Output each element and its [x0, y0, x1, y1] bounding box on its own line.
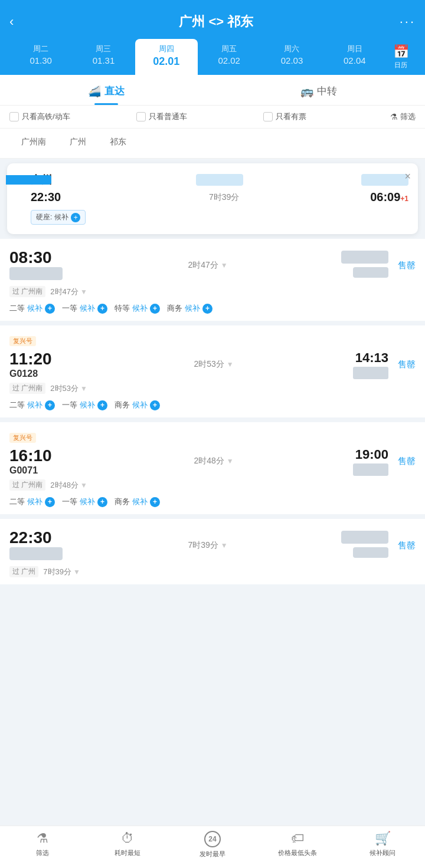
time-icon: ⏱: [121, 831, 134, 846]
nav-waitlist[interactable]: 🛒 候补顾问: [340, 831, 425, 859]
depart-time: 08:30: [9, 248, 74, 267]
seat-add-button[interactable]: +: [45, 497, 55, 507]
station-tab-guangzhou[interactable]: 广州: [58, 133, 98, 151]
back-button[interactable]: ‹: [9, 14, 33, 29]
seat-status: 候补: [80, 497, 95, 507]
filter-btn-label: 筛选: [400, 111, 416, 122]
duration-text: 7时39分: [188, 540, 218, 551]
nav-shortest-time[interactable]: ⏱ 耗时最短: [85, 831, 170, 859]
header-title: 广州 <> 祁东: [33, 13, 400, 31]
calendar-button[interactable]: 📅 日历: [386, 44, 416, 70]
recent-add-button[interactable]: +: [71, 213, 80, 222]
dropdown-arrow: ▼: [221, 261, 228, 269]
arrive-sub: 过 祁东: [353, 463, 388, 476]
available-checkbox[interactable]: [263, 112, 273, 121]
tab-direct[interactable]: 🚄 直达: [0, 75, 212, 105]
train-item-2[interactable]: 复兴号 16:10 G0071 2时48分 ▼ 19:00 过 祁东 售罄 过 …: [0, 422, 425, 519]
funnel-icon: ⚗: [390, 112, 398, 121]
train-list: 08:30 2时47分 ▼ 售罄 过 广州南 2时47分 ▼: [0, 239, 425, 584]
train-item-0[interactable]: 08:30 2时47分 ▼ 售罄 过 广州南 2时47分 ▼: [0, 239, 425, 326]
seat-info: 一等 候补 +: [62, 303, 107, 314]
station-tab-guangzhounan[interactable]: 广州南: [9, 133, 58, 151]
seat-class: 商务: [115, 400, 130, 410]
close-button[interactable]: ×: [404, 170, 411, 183]
normal-label: 只看普通车: [149, 111, 187, 122]
waitlist-label: 候补顾问: [370, 849, 395, 857]
filter-available[interactable]: 只看有票: [263, 111, 388, 122]
lowest-price-label: 价格最低头条: [278, 849, 317, 857]
recent-seat-tag: 硬座: 候补 +: [31, 210, 86, 225]
highspeed-checkbox[interactable]: [9, 112, 19, 121]
seat-status: 候补: [132, 303, 148, 314]
sub-duration: 2时47分 ▼: [50, 287, 87, 297]
arrive-time: 14:13: [355, 350, 388, 365]
duration-text: 2时53分: [194, 359, 224, 370]
recent-arrive-station-blurred: [361, 174, 408, 186]
filter-highspeed[interactable]: 只看高铁/动车: [9, 111, 134, 122]
seat-class: 商务: [167, 303, 182, 314]
arrive-sub: 过 祁东: [353, 367, 388, 379]
seat-add-button[interactable]: +: [202, 304, 212, 314]
seat-info: 二等 候补 +: [9, 400, 55, 410]
seat-status: 候补: [27, 497, 42, 507]
recent-seat-label: 硬座:: [36, 212, 52, 222]
date-item-0202[interactable]: 周五02.02: [198, 39, 260, 75]
cart-icon: 🛒: [375, 831, 391, 846]
station-tab-qidong[interactable]: 祁东: [98, 133, 138, 151]
date-item-0203[interactable]: 周六02.03: [260, 39, 323, 75]
train-no-blurred: [9, 267, 63, 280]
nav-filter[interactable]: ⚗ 筛选: [0, 831, 85, 859]
recent-label: 最近购买: [6, 175, 51, 185]
fuxing-badge: 复兴号: [9, 433, 36, 443]
seat-status: 候补: [27, 400, 42, 410]
seat-add-button[interactable]: +: [45, 400, 55, 410]
more-button[interactable]: ···: [400, 14, 416, 29]
date-item-0201[interactable]: 周四02.01: [135, 39, 198, 75]
nav-earliest[interactable]: 24 发时最早: [170, 831, 255, 859]
dropdown-arrow: ▼: [221, 541, 228, 550]
seat-row: 二等 候补 + 一等 候补 + 特等 候补 + 商务 候补 +: [9, 303, 416, 314]
seat-class: 二等: [9, 303, 25, 314]
seat-class: 二等: [9, 497, 25, 507]
screen-filter-button[interactable]: ⚗ 筛选: [390, 111, 416, 122]
train-item-3[interactable]: 22:30 7时39分 ▼ 售罄 过 广州 7时39分 ▼: [0, 519, 425, 584]
via-tag: 过 广州: [9, 566, 38, 577]
seat-add-button[interactable]: +: [150, 400, 160, 410]
seat-add-button[interactable]: +: [97, 400, 107, 410]
duration-text: 2时47分: [188, 260, 218, 271]
arrive-sub-blurred: [353, 547, 388, 558]
date-item-0130[interactable]: 周二01.30: [9, 39, 72, 75]
tab-direct-label: 直达: [104, 84, 125, 98]
tab-transfer[interactable]: 🚌 中转: [212, 75, 425, 105]
recent-duration: 7时39分: [78, 192, 370, 203]
sub-duration: 7时39分 ▼: [43, 567, 80, 577]
seat-add-button[interactable]: +: [45, 304, 55, 314]
normal-checkbox[interactable]: [136, 112, 146, 121]
depart-time: 22:30: [9, 528, 74, 547]
seat-row: 二等 候补 + 一等 候补 + 商务 候补 +: [9, 497, 416, 507]
sold-out-status: 售罄: [398, 260, 416, 270]
filter-normal[interactable]: 只看普通车: [136, 111, 261, 122]
seat-info: 二等 候补 +: [9, 303, 55, 314]
seat-class: 商务: [115, 497, 130, 507]
shortest-time-label: 耗时最短: [115, 849, 140, 857]
seat-status: 候补: [80, 400, 95, 410]
seat-add-button[interactable]: +: [97, 497, 107, 507]
nav-lowest-price[interactable]: 🏷 价格最低头条: [255, 831, 340, 859]
seat-add-button[interactable]: +: [97, 304, 107, 314]
transfer-icon: 🚌: [300, 85, 313, 98]
via-tag: 过 广州南: [9, 479, 45, 491]
seat-add-button[interactable]: +: [150, 497, 160, 507]
station-tab-bar: 广州南 广州 祁东: [0, 129, 425, 159]
seat-status: 候补: [132, 497, 148, 507]
date-item-0204[interactable]: 周日02.04: [323, 39, 386, 75]
filter-nav-label: 筛选: [36, 849, 49, 857]
date-item-0131[interactable]: 周三01.31: [72, 39, 135, 75]
train-no: G0071: [9, 465, 38, 475]
depart-time: 16:10: [9, 446, 74, 465]
arrive-sub-blurred: [353, 267, 388, 278]
train-item-1[interactable]: 复兴号 11:20 G0128 2时53分 ▼ 14:13 过 祁东 售罄 过 …: [0, 326, 425, 422]
seat-add-button[interactable]: +: [150, 304, 160, 314]
seat-status: 候补: [27, 303, 42, 314]
seat-class: 一等: [62, 303, 77, 314]
